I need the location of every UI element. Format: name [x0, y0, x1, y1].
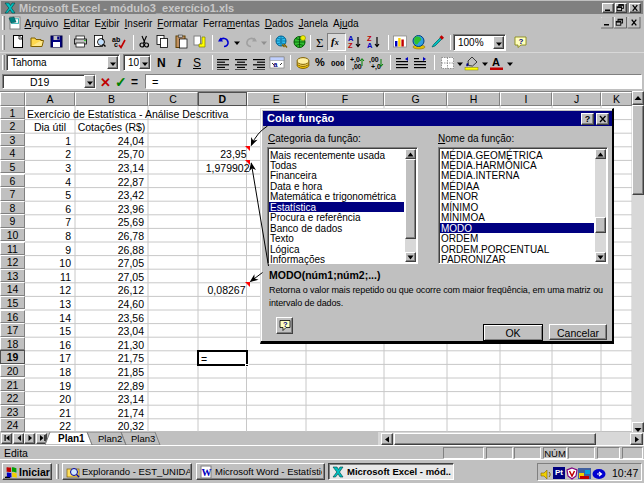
svg-text:?: ? [283, 320, 288, 329]
svg-text:Plan3: Plan3 [131, 432, 155, 443]
svg-text:Plan2: Plan2 [98, 432, 122, 443]
svg-text:c: c [114, 41, 118, 48]
svg-text:a: a [274, 61, 278, 68]
svg-text:Σ: Σ [316, 35, 324, 50]
svg-text:A: A [492, 56, 500, 68]
svg-text:Plan1: Plan1 [58, 433, 85, 444]
svg-text:Z: Z [348, 41, 353, 50]
svg-text:W: W [202, 467, 212, 478]
svg-text:A: A [367, 41, 373, 50]
svg-text:?: ? [519, 37, 524, 46]
svg-text:,00: ,00 [352, 63, 362, 71]
